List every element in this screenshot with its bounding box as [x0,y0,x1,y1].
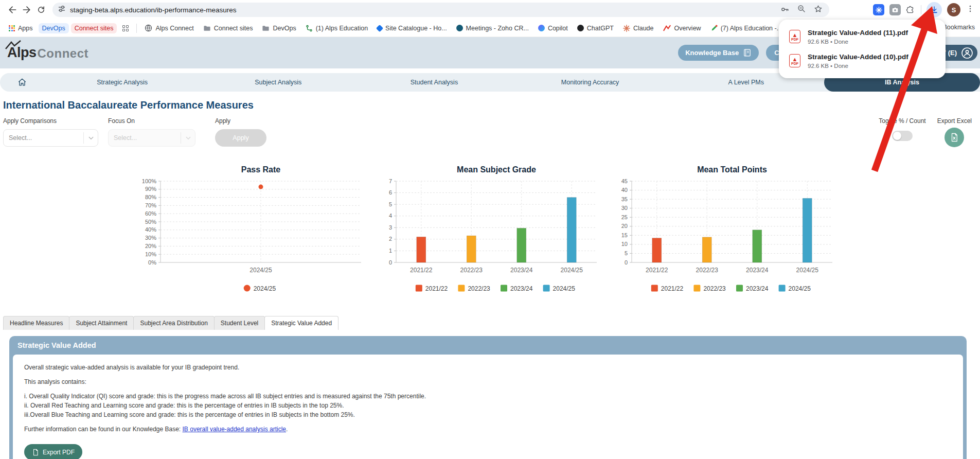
detail-tab-subject-area-distribution[interactable]: Subject Area Distribution [133,316,214,330]
forward-icon[interactable] [20,3,34,17]
svg-text:80%: 80% [145,194,156,200]
svg-text:60%: 60% [145,210,156,217]
svg-text:10: 10 [621,241,628,247]
nav-tab-strategic-analysis[interactable]: Strategic Analysis [44,73,200,92]
chart-title: Pass Rate [241,165,281,174]
legend-label: 2021/22 [661,285,684,292]
bookmark-item[interactable]: Site Catalogue - Ho... [373,23,451,33]
password-key-icon[interactable] [780,4,790,16]
svg-text:2022/23: 2022/23 [696,267,719,274]
svg-text:10%: 10% [145,251,156,257]
bookmark-item[interactable]: (7) Alps Education -... [707,23,786,33]
export-excel-button[interactable] [945,128,964,147]
apply-comparisons-select[interactable]: Select... [3,129,98,147]
bookmark-item[interactable]: Connect sites [200,23,257,33]
svg-text:2021/22: 2021/22 [646,267,668,274]
svg-text:25: 25 [621,214,628,220]
bookmark-item[interactable]: Claude [619,23,657,33]
download-item[interactable]: ▲PDFStrategic Value-Added (11).pdf92.6 K… [779,25,946,49]
nav-tab-monitoring-accuracy[interactable]: Monitoring Accuracy [512,73,668,92]
bookmark-item[interactable]: Connect sites [71,23,117,33]
bookmark-star-icon[interactable] [813,4,823,16]
home-tab[interactable] [0,73,44,92]
site-settings-icon[interactable] [58,5,66,15]
profile-avatar[interactable]: S [947,3,960,16]
download-filename: Strategic Value-Added (11).pdf [808,29,908,37]
extension-blue-icon[interactable] [873,4,884,15]
nav-tab-subject-analysis[interactable]: Subject Analysis [200,73,356,92]
bookmark-label: Connect sites [75,25,114,32]
bookmark-label: (1) Alps Education [316,25,368,32]
svg-text:30: 30 [621,205,628,211]
bookmark-item[interactable]: (1) Alps Education [302,23,371,33]
back-icon[interactable] [5,3,20,17]
svg-text:15: 15 [621,232,628,238]
percent-count-toggle[interactable] [892,131,913,141]
bookmark-item[interactable]: Meetings - Zoho CR... [453,23,532,33]
legend-marker [693,285,700,292]
panel-title: Strategic Value Added [9,336,967,355]
bookmarks-label[interactable]: Bookmarks [942,24,975,31]
panel-paragraph: ii. Overall Red Teaching and Learning sc… [24,402,952,409]
claude-icon [623,25,630,32]
bookmark-item[interactable]: DevOps [39,23,69,33]
svg-text:5: 5 [389,201,392,207]
bookmark-item[interactable]: Alps Connect [141,23,197,33]
svg-text:6: 6 [389,189,392,196]
svg-text:2021/22: 2021/22 [410,267,433,274]
camera-extension-icon[interactable] [889,4,901,15]
bookmark-item[interactable]: ChatGPT [574,23,617,33]
detail-tab-subject-attainment[interactable]: Subject Attainment [69,316,134,330]
copilot-icon [538,25,545,31]
bookmark-label: Claude [633,25,654,32]
svg-text:2023/24: 2023/24 [746,267,769,274]
alps-connect-logo[interactable]: Alps Connect [7,45,88,61]
bookmark-item[interactable]: Overview [660,23,705,33]
focus-on-label: Focus On [108,117,195,125]
svg-text:30%: 30% [145,235,156,241]
zoom-icon[interactable] [797,4,806,15]
chatgpt-icon [577,25,584,31]
chevron-down-icon [181,132,195,144]
bookmark-item[interactable]: Copilot [534,23,572,33]
browser-menu-icon[interactable] [966,4,975,15]
apply-button[interactable]: Apply [215,129,266,147]
grid-icon [122,25,129,31]
detail-tab-student-level[interactable]: Student Level [214,316,265,330]
knowledge-base-button[interactable]: Knowledge Base [678,45,759,61]
person-icon [961,47,973,59]
legend-marker [458,285,465,292]
globe-icon [145,24,152,32]
legend-marker [416,285,422,292]
bookmark-item[interactable] [119,24,132,33]
svg-text:2024/25: 2024/25 [250,267,272,274]
svg-text:7: 7 [389,178,392,184]
focus-on-select[interactable]: Select... [108,129,195,147]
downloads-icon[interactable] [926,2,942,17]
diamond-blue-icon [377,26,382,31]
download-item[interactable]: ▲PDFStrategic Value-Added (10).pdf92.6 K… [779,49,946,73]
url-bar[interactable]: staging-beta.alps.education/ib-performan… [52,3,829,17]
extensions-puzzle-icon[interactable] [906,4,916,16]
strategic-value-added-panel: Strategic Value Added Overall strategic … [9,336,967,459]
svg-text:2022/23: 2022/23 [460,267,483,274]
browser-toolbar: staging-beta.alps.education/ib-performan… [0,0,980,20]
detail-tab-strategic-value-added[interactable]: Strategic Value Added [264,316,338,330]
svg-text:35: 35 [621,196,628,202]
export-pdf-button[interactable]: Export PDF [24,444,82,459]
bookmark-item[interactable]: Apps [5,23,37,33]
legend-label: 2021/22 [425,285,448,292]
reload-icon[interactable] [34,3,48,17]
alps-zigzag-icon [5,40,23,49]
svg-text:5: 5 [625,250,628,256]
svg-text:40: 40 [621,187,628,193]
nav-tab-student-analysis[interactable]: Student Analysis [356,73,512,92]
svg-text:2: 2 [389,236,392,242]
apps-grid-icon [9,25,15,31]
bookmark-label: Overview [674,25,701,32]
svg-text:2024/25: 2024/25 [561,267,583,274]
download-filename: Strategic Value-Added (10).pdf [808,53,908,61]
bookmark-item[interactable]: DevOps [258,23,299,33]
detail-tab-headline-measures[interactable]: Headline Measures [3,316,69,330]
knowledge-base-article-link[interactable]: IB overall value-added analysis article [183,426,286,433]
